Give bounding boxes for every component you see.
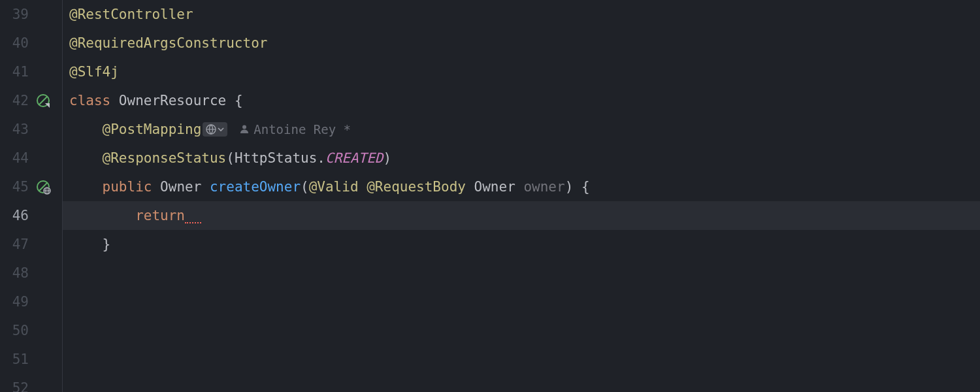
code-token: @RequiredArgsConstructor [69, 37, 267, 50]
code-token: @ResponseStatus [103, 152, 227, 165]
code-token: HttpStatus [235, 152, 317, 165]
code-line[interactable]: class OwnerResource { [63, 86, 980, 115]
code-token: @RestController [69, 8, 193, 22]
code-token: OwnerResource [119, 94, 235, 108]
gutter-row[interactable]: 42 [0, 86, 62, 115]
code-token: @Valid [309, 180, 367, 194]
gutter-row[interactable]: 44 [0, 144, 62, 172]
author-icon [239, 123, 253, 136]
code-token: @Slf4j [69, 65, 119, 79]
code-token: ) [384, 152, 392, 165]
code-token: ) { [565, 180, 590, 194]
gutter-row[interactable]: 52 [0, 374, 62, 392]
code-token: owner [523, 180, 564, 194]
line-number: 45 [0, 180, 34, 194]
code-token: @PostMapping [103, 123, 202, 137]
code-token: . [317, 152, 325, 165]
code-line[interactable] [63, 374, 980, 392]
gutter-row[interactable]: 46 [0, 201, 62, 230]
line-number: 41 [0, 65, 34, 79]
error-squiggle [185, 208, 201, 223]
code-token: Owner [160, 180, 210, 194]
gutter-row[interactable]: 47 [0, 230, 62, 259]
code-line[interactable] [63, 316, 980, 345]
code-token: return [135, 209, 185, 223]
code-token: @RequestBody [367, 180, 474, 194]
code-token: CREATED [325, 152, 384, 165]
gutter-row[interactable]: 45 [0, 172, 62, 201]
line-number: 46 [0, 209, 34, 223]
gutter-row[interactable]: 51 [0, 345, 62, 374]
line-number: 49 [0, 295, 34, 309]
code-line[interactable] [63, 259, 980, 287]
url-mapping-pill[interactable] [203, 122, 227, 137]
code-line[interactable]: return [63, 201, 980, 230]
line-number: 52 [0, 382, 34, 393]
code-token: public [103, 180, 161, 194]
code-line[interactable]: @RestController [63, 0, 980, 29]
code-token: Owner [474, 180, 524, 194]
code-line[interactable]: } [63, 230, 980, 259]
gutter[interactable]: 3940414243444546474849505152 [0, 0, 63, 392]
line-number: 48 [0, 267, 34, 280]
line-number: 47 [0, 238, 34, 252]
gutter-row[interactable]: 40 [0, 29, 62, 57]
line-number: 51 [0, 353, 34, 367]
gutter-row[interactable]: 48 [0, 259, 62, 287]
gutter-row[interactable]: 43 [0, 115, 62, 144]
line-number: 44 [0, 152, 34, 165]
author-inlay[interactable]: Antoine Rey * [239, 123, 351, 136]
code-line[interactable] [63, 287, 980, 316]
gutter-row[interactable]: 49 [0, 287, 62, 316]
code-line[interactable] [63, 345, 980, 374]
code-line[interactable]: public Owner createOwner(@Valid @Request… [63, 172, 980, 201]
code-area[interactable]: @RestController@RequiredArgsConstructor@… [63, 0, 980, 392]
code-line[interactable]: @Slf4j [63, 57, 980, 86]
line-number: 50 [0, 324, 34, 338]
code-editor[interactable]: 3940414243444546474849505152 @RestContro… [0, 0, 980, 392]
line-number: 39 [0, 8, 34, 22]
line-number: 42 [0, 94, 34, 108]
author-inlay-text: Antoine Rey * [253, 123, 351, 136]
code-line[interactable]: @ResponseStatus(HttpStatus.CREATED) [63, 144, 980, 172]
code-token: } [103, 238, 111, 252]
gutter-row[interactable]: 50 [0, 316, 62, 345]
gutter-row[interactable]: 39 [0, 0, 62, 29]
code-token: ( [301, 180, 309, 194]
line-number: 40 [0, 37, 34, 50]
code-line[interactable]: @PostMappingAntoine Rey * [63, 115, 980, 144]
code-token: createOwner [210, 180, 301, 194]
code-line[interactable]: @RequiredArgsConstructor [63, 29, 980, 57]
code-token: class [69, 94, 119, 108]
endpoint-globe-icon[interactable] [35, 179, 51, 195]
line-number: 43 [0, 123, 34, 137]
code-token: ( [226, 152, 235, 165]
code-token: { [235, 94, 243, 108]
gutter-row[interactable]: 41 [0, 57, 62, 86]
coverage-icon[interactable] [35, 93, 51, 108]
